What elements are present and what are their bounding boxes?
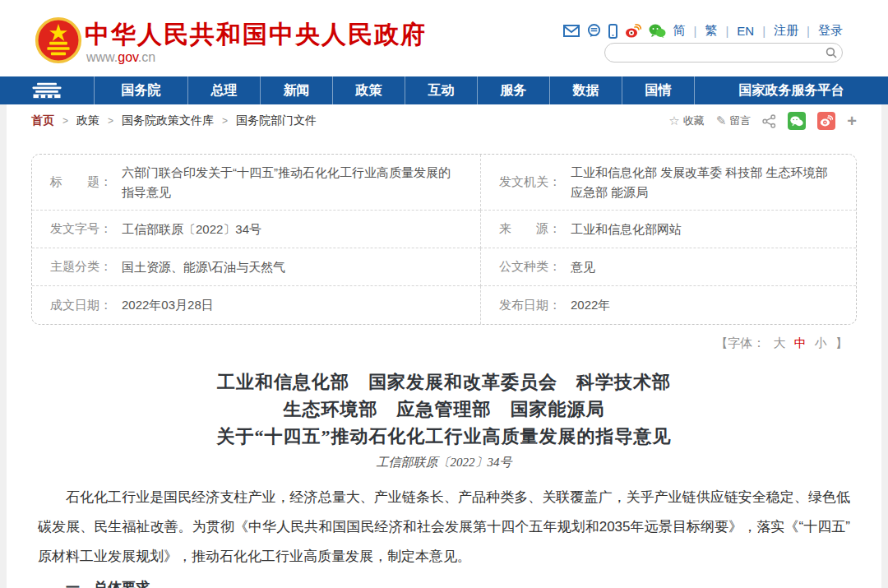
site-url[interactable]: www.gov.cn [86,50,155,65]
share-wechat-button[interactable] [788,112,806,130]
breadcrumb-zhengce[interactable]: 政策 [76,113,99,128]
breadcrumb-department-docs[interactable]: 国务院部门文件 [236,113,317,128]
meta-title-cell: 标 题： 六部门联合印发关于“十四五”推动石化化工行业高质量发展的指导意见 [32,155,480,211]
meta-date-label: 成文日期： [50,298,112,313]
link-separator: | [694,24,697,38]
font-size-selector: 【字体： 大 中 小 】 [7,325,881,351]
breadcrumb-separator: > [108,115,113,127]
meta-title-value: 六部门联合印发关于“十四五”推动石化化工行业高质量发展的指导意见 [122,163,462,202]
wechat-icon [790,116,803,127]
font-selector-suffix: 】 [835,336,848,350]
meta-number-value: 工信部联原〔2022〕34号 [122,220,261,239]
more-actions-button[interactable]: + [847,112,857,131]
document-meta-table: 标 题： 六部门联合印发关于“十四五”推动石化化工行业高质量发展的指导意见 发文… [31,154,857,325]
nav-tab-xinwen[interactable]: 新闻 [261,76,333,104]
national-emblem-logo [35,16,82,64]
main-nav: 国务院 总理 新闻 政策 互动 服务 数据 国情 国家政务服务平台 [0,76,888,104]
meta-source-cell: 来 源： 工业和信息化部网站 [480,211,856,248]
meta-org-cell: 发文机关： 工业和信息化部 发展改革委 科技部 生态环境部 应急部 能源局 [480,155,856,211]
content-card: 首页 > 政策 > 国务院政策文件库 > 国务院部门文件 ☆ 收藏 ✎ 留言 [7,104,881,588]
link-separator: | [725,24,728,38]
wechat-icon[interactable] [649,24,666,38]
favorite-label: 收藏 [683,113,705,128]
meta-number-label: 发文字号： [50,221,112,237]
breadcrumb-row: 首页 > 政策 > 国务院政策文件库 > 国务院部门文件 ☆ 收藏 ✎ 留言 [7,104,881,137]
search-button[interactable] [821,44,842,62]
article-doc-number: 工信部联原〔2022〕34号 [7,455,881,470]
favorite-button[interactable]: ☆ 收藏 [668,113,704,128]
meta-pubdate-value: 2022年 [571,295,610,315]
nav-tab-zongli[interactable]: 总理 [188,76,261,104]
meta-category-value: 国土资源、能源\石油与天然气 [122,257,285,277]
comment-label: 留言 [729,113,751,128]
header-utility-bar: 简 | 繁 | EN | 注册 | 登录 [563,23,843,39]
register-link[interactable]: 注册 [774,23,798,39]
article-section-heading: 一、总体要求 [38,573,850,588]
meta-category-cell: 主题分类： 国土资源、能源\石油与天然气 [32,248,480,286]
nav-tab-guowuyuan[interactable]: 国务院 [95,76,188,104]
message-icon[interactable] [587,24,601,38]
share-icon[interactable] [762,114,776,128]
font-medium-button[interactable]: 中 [794,336,807,350]
lang-english-link[interactable]: EN [737,24,754,38]
article-title-line2: 生态环境部 应急管理部 国家能源局 [7,396,881,423]
pencil-icon: ✎ [716,113,727,128]
weibo-icon[interactable] [625,24,641,38]
article-title-line3: 关于“十四五”推动石化化工行业高质量发展的指导意见 [7,423,881,450]
search-icon [826,47,837,58]
nav-tab-guoqing[interactable]: 国情 [622,76,695,104]
breadcrumb-separator: > [222,115,228,127]
tiananmen-icon [28,81,66,100]
link-separator: | [762,24,765,38]
meta-type-cell: 公文种类： 意见 [480,248,856,286]
lang-simplified-link[interactable]: 简 [673,23,686,39]
star-icon: ☆ [668,113,679,128]
search-box [604,43,843,63]
nav-tab-fuwu[interactable]: 服务 [478,76,550,104]
site-header: 中华人民共和国中央人民政府 www.gov.cn [0,0,888,76]
meta-pubdate-cell: 发布日期： 2022年 [480,286,856,324]
meta-number-cell: 发文字号： 工信部联原〔2022〕34号 [32,211,480,248]
mobile-icon[interactable] [608,24,617,39]
article-paragraph: 石化化工行业是国民经济支柱产业，经济总量大、产业链条长、产品种类多、关联覆盖广，… [38,483,850,572]
lang-traditional-link[interactable]: 繁 [705,23,717,39]
login-link[interactable]: 登录 [818,23,843,39]
weibo-icon [820,115,833,127]
link-separator: | [807,24,810,38]
meta-org-label: 发文机关： [499,174,561,190]
nav-tab-shuju[interactable]: 数据 [550,76,622,104]
meta-date-cell: 成文日期： 2022年03月28日 [32,286,480,324]
breadcrumb-separator: > [62,115,68,127]
site-title: 中华人民共和国中央人民政府 [85,18,427,52]
breadcrumb-policy-library[interactable]: 国务院政策文件库 [122,113,214,128]
nav-tab-zhengwu-platform[interactable]: 国家政务服务平台 [695,76,888,104]
article-title-line1: 工业和信息化部 国家发展和改革委员会 科学技术部 [7,368,881,396]
breadcrumb-home[interactable]: 首页 [31,113,54,128]
share-weibo-button[interactable] [817,112,835,130]
meta-org-value: 工业和信息化部 发展改革委 科技部 生态环境部 应急部 能源局 [571,163,838,202]
mail-icon[interactable] [563,25,580,37]
meta-pubdate-label: 发布日期： [499,298,561,313]
font-large-button[interactable]: 大 [773,336,785,350]
meta-type-label: 公文种类： [499,259,561,275]
nav-tab-hudong[interactable]: 互动 [405,76,478,104]
meta-type-value: 意见 [571,257,595,277]
nav-tab-zhengce[interactable]: 政策 [333,76,405,104]
nav-home-tab[interactable] [0,76,95,104]
meta-source-label: 来 源： [499,221,561,237]
meta-date-value: 2022年03月28日 [122,295,214,315]
breadcrumb: 首页 > 政策 > 国务院政策文件库 > 国务院部门文件 [31,113,317,128]
page-actions: ☆ 收藏 ✎ 留言 [668,112,857,131]
search-input[interactable] [615,44,821,61]
meta-category-label: 主题分类： [50,259,112,275]
comment-button[interactable]: ✎ 留言 [716,113,752,128]
font-selector-prefix: 【字体： [715,336,765,350]
meta-title-label: 标 题： [50,174,112,190]
meta-source-value: 工业和信息化部网站 [571,220,682,239]
font-small-button[interactable]: 小 [815,336,827,350]
